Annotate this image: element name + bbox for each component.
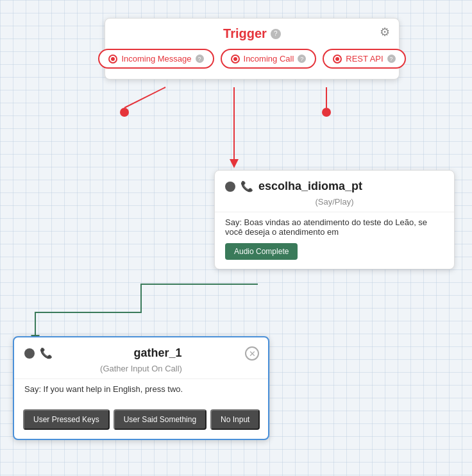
incoming-message-connector-dot (120, 108, 129, 117)
incoming-message-label: Incoming Message (121, 54, 191, 64)
user-said-something-button[interactable]: User Said Something (114, 409, 206, 430)
user-pressed-keys-button[interactable]: User Pressed Keys (23, 409, 110, 430)
svg-marker-3 (230, 159, 239, 168)
incoming-call-help-icon[interactable]: ? (298, 55, 306, 63)
incoming-call-label: Incoming Call (244, 54, 294, 64)
rest-api-connector-dot (322, 108, 331, 117)
say-card-subtitle: (Say/Play) (215, 196, 454, 212)
svg-line-0 (124, 87, 165, 108)
say-card-title: escolha_idioma_pt (258, 180, 362, 193)
phone-icon: 📞 (240, 180, 253, 192)
gather-status-dot (24, 348, 35, 359)
trigger-header: Trigger ? ⚙ (105, 19, 399, 46)
gather-subtitle: (Gather Input On Call) (14, 362, 268, 378)
say-card-status-dot (225, 182, 235, 192)
gather-card: 📞 gather_1 ✕ (Gather Input On Call) Say:… (13, 336, 269, 440)
gather-body-text: Say: If you want help in English, press … (24, 384, 183, 394)
trigger-buttons: Incoming Message ? Incoming Call ? REST … (105, 46, 399, 79)
gather-close-icon: ✕ (249, 349, 256, 359)
gather-action-buttons: User Pressed Keys User Said Something No… (14, 403, 268, 439)
incoming-message-help-icon[interactable]: ? (196, 55, 204, 63)
rest-api-help-icon[interactable]: ? (387, 55, 396, 63)
escolha-idioma-card: 📞 escolha_idioma_pt (Say/Play) Say: Boas… (214, 170, 455, 269)
rest-api-button[interactable]: REST API ? (323, 49, 405, 69)
audio-complete-button[interactable]: Audio Complete (225, 243, 298, 260)
gather-close-button[interactable]: ✕ (245, 346, 259, 361)
incoming-message-circle-icon (108, 55, 117, 64)
gather-card-header: 📞 gather_1 ✕ (14, 337, 268, 362)
say-card-body-text: Say: Boas vindas ao atendimento do teste… (225, 217, 427, 237)
trigger-title: Trigger (223, 26, 267, 41)
rest-api-circle-icon (333, 55, 342, 64)
incoming-call-circle-icon (231, 55, 240, 64)
trigger-help-icon[interactable]: ? (271, 29, 281, 39)
gather-card-title: gather_1 (58, 346, 258, 360)
gather-phone-icon: 📞 (40, 347, 53, 359)
trigger-settings-icon[interactable]: ⚙ (380, 25, 390, 39)
incoming-call-button[interactable]: Incoming Call ? (221, 49, 317, 69)
incoming-message-button[interactable]: Incoming Message ? (98, 49, 214, 69)
gather-body: Say: If you want help in English, press … (14, 378, 268, 403)
say-card-header: 📞 escolha_idioma_pt (215, 171, 454, 196)
trigger-card: Trigger ? ⚙ Incoming Message ? Incoming … (105, 18, 400, 80)
say-card-body: Say: Boas vindas ao atendimento do teste… (215, 212, 454, 269)
no-input-button[interactable]: No Input (210, 409, 260, 430)
rest-api-label: REST API (346, 54, 383, 64)
